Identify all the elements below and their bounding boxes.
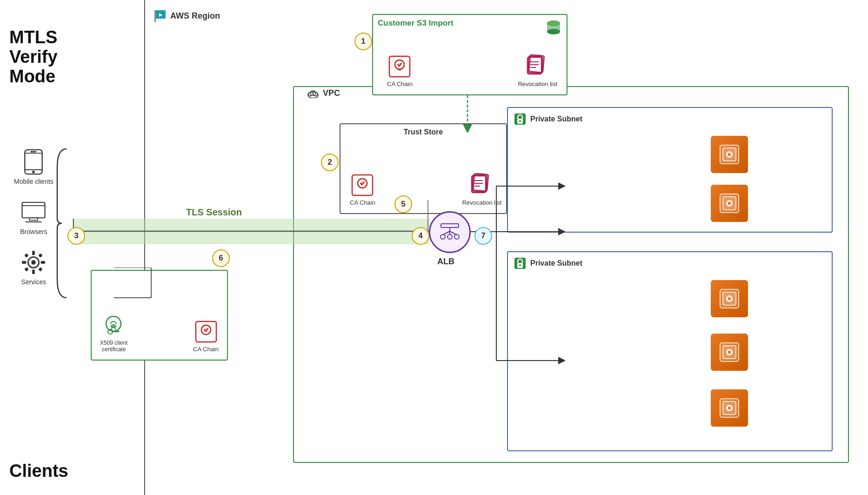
svg-point-41 [519, 120, 521, 122]
svg-point-9 [547, 29, 560, 34]
svg-rect-56 [728, 297, 731, 300]
svg-rect-92 [41, 261, 46, 264]
mobile-client-item: Mobile clients [14, 149, 53, 185]
svg-point-81 [33, 171, 35, 174]
svg-point-36 [441, 234, 445, 239]
s3-import-title: Customer S3 Import [378, 19, 453, 28]
svg-rect-82 [31, 151, 37, 153]
svg-rect-91 [22, 261, 27, 264]
s3-bucket-icon [545, 19, 562, 35]
diagram-container: MTLSVerifyMode Clients ⚑ AWS Region VPC [0, 0, 868, 495]
svg-rect-96 [39, 253, 43, 258]
svg-rect-49 [728, 202, 731, 205]
tls-arrow [72, 224, 444, 238]
alb-icon [437, 222, 462, 242]
clients-column: Mobile clients Browsers [14, 149, 53, 286]
svg-rect-1 [154, 10, 156, 22]
svg-rect-83 [22, 202, 45, 218]
step-4-circle: 4 [412, 227, 429, 245]
cert-ca-chain-container: CA Chain [193, 320, 219, 353]
aws-flag-icon: ⚑ [154, 9, 167, 22]
private-subnet-top-header: Private Subnet [514, 113, 582, 126]
svg-rect-85 [30, 218, 38, 220]
mobile-client-icon [20, 149, 47, 175]
svg-point-37 [447, 234, 452, 239]
step-6-circle: 6 [212, 249, 230, 267]
svg-point-88 [32, 260, 36, 265]
svg-rect-95 [25, 267, 29, 272]
svg-rect-94 [39, 267, 43, 272]
svg-text:⚑: ⚑ [158, 13, 162, 18]
services-icon [20, 249, 47, 275]
svg-point-10 [547, 20, 560, 26]
svg-rect-64 [728, 407, 731, 409]
s3-ca-chain-icon [387, 54, 412, 79]
clients-label: Clients [9, 461, 68, 481]
ec2-instance-4 [711, 334, 748, 371]
svg-rect-45 [728, 153, 731, 156]
ec2-icon-3 [717, 287, 741, 311]
svg-rect-60 [728, 351, 731, 354]
svg-rect-93 [25, 253, 29, 258]
vertical-divider [144, 0, 145, 495]
services-client-item: Services [20, 249, 47, 286]
step-1-circle: 1 [354, 33, 372, 50]
s3-revocation-icon [526, 54, 550, 79]
svg-rect-31 [441, 224, 459, 227]
svg-rect-90 [33, 269, 35, 274]
svg-point-38 [454, 234, 459, 239]
svg-rect-89 [33, 251, 35, 255]
mtls-label: MTLSVerifyMode [9, 28, 58, 86]
ec2-instance-5 [711, 389, 748, 427]
ec2-icon-4 [717, 340, 741, 364]
trust-ca-chain-icon [350, 173, 374, 197]
alb-label: ALB [437, 257, 454, 267]
trust-ca-chain-container: CA Chain [350, 173, 375, 206]
ec2-instance-2 [711, 185, 748, 222]
step-3-circle: 3 [67, 227, 85, 245]
ec2-icon-5 [717, 396, 741, 420]
aws-region-label: ⚑ AWS Region [154, 9, 220, 22]
step-7-circle: 7 [474, 227, 492, 245]
s3-import-box: Customer S3 Import CA Chain Revocati [372, 14, 568, 95]
s3-to-trust-arrow [461, 95, 474, 133]
step-2-circle: 2 [321, 154, 339, 171]
alb-circle [429, 211, 471, 253]
s3-revocation-container: Revocation list [518, 54, 557, 87]
lock-icon-top [514, 113, 527, 126]
cert-to-tls-lines [114, 268, 207, 319]
clients-brace [55, 144, 69, 302]
tls-session-label: TLS Session [186, 207, 242, 218]
trust-store-title: Trust Store [404, 128, 443, 136]
ec2-icon-2 [717, 191, 741, 215]
ec2-icon-1 [717, 142, 741, 167]
ec2-instance-1 [711, 136, 748, 173]
step-5-circle: 5 [394, 195, 412, 213]
browser-client-icon [20, 199, 47, 225]
cert-ca-chain-icon [194, 320, 218, 344]
browser-client-item: Browsers [20, 199, 47, 235]
s3-ca-chain-container: CA Chain [387, 54, 413, 87]
alb-to-ec2-arrow-lower [471, 163, 620, 372]
ec2-instance-3 [711, 280, 748, 317]
